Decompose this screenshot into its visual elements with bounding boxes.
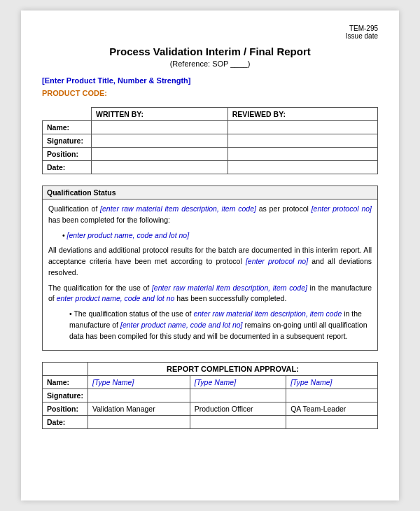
approval-name-3: [Type Name] <box>286 376 378 389</box>
qual-header: Qualification Status <box>43 186 377 200</box>
table-row: Name: <box>43 121 378 134</box>
approval-sig-1 <box>88 389 190 402</box>
date-written <box>92 161 228 174</box>
approval-header: REPORT COMPLETION APPROVAL: <box>88 363 378 376</box>
position-label: Position: <box>43 148 92 161</box>
date-reviewed <box>227 161 377 174</box>
table-row: Position: <box>43 148 378 161</box>
page-subtitle: (Reference: SOP ____) <box>42 59 378 68</box>
table-row: Date: <box>43 416 378 429</box>
approval-sig-2 <box>190 389 286 402</box>
position-reviewed <box>227 148 377 161</box>
signature-reviewed <box>227 134 377 148</box>
approval-date-1 <box>88 416 190 429</box>
table-row: Position: Validation Manager Production … <box>43 402 378 416</box>
table-row: Name: [Type Name] [Type Name] [Type Name… <box>43 376 378 389</box>
table-row: Signature: <box>43 134 378 148</box>
approval-date-label: Date: <box>43 416 88 429</box>
wr-col-empty <box>43 108 92 121</box>
approval-empty <box>43 363 88 376</box>
approval-date-3 <box>286 416 378 429</box>
signature-label: Signature: <box>43 134 92 148</box>
qualification-box: Qualification Status Qualification of [e… <box>42 186 378 351</box>
approval-name-1: [Type Name] <box>88 376 190 389</box>
wr-reviewed-header: REVIEWED BY: <box>227 108 377 121</box>
wr-written-header: WRITTEN BY: <box>92 108 228 121</box>
name-reviewed <box>227 121 377 134</box>
qual-bullet1: [enter product name, code and lot no] <box>62 230 372 241</box>
page: TEM-295 Issue date Process Validation In… <box>21 10 399 500</box>
table-row: Signature: <box>43 389 378 402</box>
approval-pos-1: Validation Manager <box>88 402 190 416</box>
product-title: [Enter Product Title, Number & Strength] <box>42 76 378 85</box>
approval-sig-3 <box>286 389 378 402</box>
page-title: Process Validation Interim / Final Repor… <box>42 46 378 57</box>
date-label: Date: <box>43 161 92 174</box>
approval-pos-2: Production Officer <box>190 402 286 416</box>
document-id: TEM-295 Issue date <box>42 24 378 40</box>
approval-table: REPORT COMPLETION APPROVAL: Name: [Type … <box>42 362 378 429</box>
qual-para2: All deviations and additional protocol r… <box>48 245 372 278</box>
position-written <box>92 148 228 161</box>
qual-para3: The qualification for the use of [enter … <box>48 283 372 305</box>
qual-bullet2: The qualification status of the use of e… <box>69 309 372 342</box>
qual-body: Qualification of [enter raw material ite… <box>43 200 377 350</box>
table-row: Date: <box>43 161 378 174</box>
name-label: Name: <box>43 121 92 134</box>
name-written <box>92 121 228 134</box>
qual-para1: Qualification of [enter raw material ite… <box>48 204 372 226</box>
approval-date-2 <box>190 416 286 429</box>
approval-pos-label: Position: <box>43 402 88 416</box>
approval-sig-label: Signature: <box>43 389 88 402</box>
approval-name-label: Name: <box>43 376 88 389</box>
written-reviewed-table: WRITTEN BY: REVIEWED BY: Name: Signature… <box>42 107 378 174</box>
product-code-label: PRODUCT CODE: <box>42 89 378 97</box>
approval-pos-3: QA Team-Leader <box>286 402 378 416</box>
approval-name-2: [Type Name] <box>190 376 286 389</box>
table-row: REPORT COMPLETION APPROVAL: <box>43 363 378 376</box>
signature-written <box>92 134 228 148</box>
